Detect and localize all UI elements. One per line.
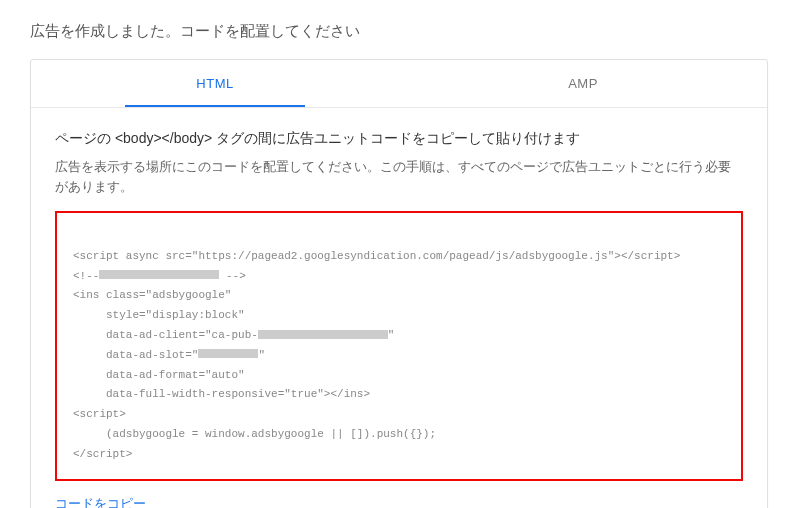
page-title: 広告を作成しました。コードを配置してください xyxy=(0,0,798,59)
section-title: ページの <body></body> タグの間に広告ユニットコードをコピーして貼… xyxy=(55,128,743,149)
code-line: <!-- --> xyxy=(73,270,246,282)
redacted xyxy=(99,270,219,279)
code-line: data-ad-client="ca-pub-" xyxy=(73,329,394,341)
redacted xyxy=(198,349,258,358)
code-line: </script> xyxy=(73,448,132,460)
tab-content: ページの <body></body> タグの間に広告ユニットコードをコピーして貼… xyxy=(31,108,767,508)
code-line: style="display:block" xyxy=(73,309,245,321)
code-line: <script> xyxy=(73,408,126,420)
code-line: <script async src="https://pagead2.googl… xyxy=(73,250,680,262)
code-card: HTML AMP ページの <body></body> タグの間に広告ユニットコ… xyxy=(30,59,768,508)
tabs: HTML AMP xyxy=(31,60,767,108)
code-line: data-full-width-responsive="true"></ins> xyxy=(73,388,370,400)
code-line: <ins class="adsbygoogle" xyxy=(73,289,231,301)
code-box: <script async src="https://pagead2.googl… xyxy=(55,211,743,481)
code-line: (adsbygoogle = window.adsbygoogle || [])… xyxy=(73,428,436,440)
section-desc: 広告を表示する場所にこのコードを配置してください。この手順は、すべてのページで広… xyxy=(55,157,743,197)
copy-code-link[interactable]: コードをコピー xyxy=(55,495,146,508)
tab-amp[interactable]: AMP xyxy=(399,60,767,107)
tab-html[interactable]: HTML xyxy=(31,60,399,107)
code-line: data-ad-slot="" xyxy=(73,349,265,361)
redacted xyxy=(258,330,388,339)
code-line: data-ad-format="auto" xyxy=(73,369,245,381)
